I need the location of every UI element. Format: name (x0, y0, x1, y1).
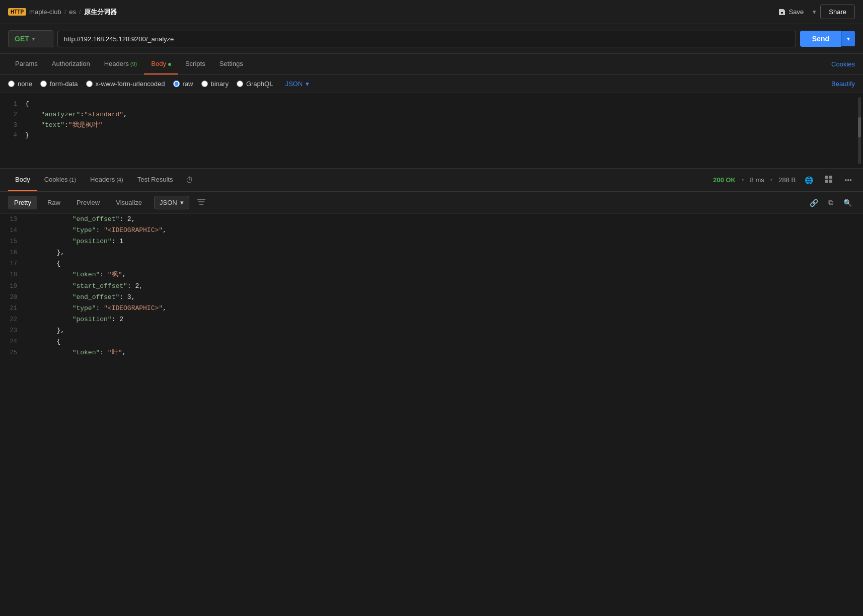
format-visualize[interactable]: Visualize (110, 196, 148, 209)
breadcrumb-item2[interactable]: es (69, 8, 76, 16)
option-binary[interactable]: binary (201, 80, 229, 88)
resp-line-20: 20 "end_offset": 3, (0, 292, 863, 303)
send-button[interactable]: Send (800, 31, 841, 47)
request-body-editor[interactable]: 1 { 2 "analyzer":"standard", 3 "text":"我… (0, 93, 863, 169)
tab-params[interactable]: Params (8, 54, 45, 74)
send-dropdown-button[interactable]: ▾ (841, 31, 855, 46)
radio-binary[interactable] (201, 81, 208, 87)
json-chevron-icon: ▾ (306, 80, 309, 88)
response-toolbar: Pretty Raw Preview Visualize JSON ▾ 🔗 ⧉ … (0, 192, 863, 214)
save-dropdown-icon[interactable]: ▾ (813, 8, 816, 16)
option-graphql[interactable]: GraphQL (237, 80, 273, 88)
history-icon[interactable]: ⏱ (186, 176, 193, 184)
code-line-4: 4 } (0, 130, 863, 141)
resp-line-17: 17 { (0, 258, 863, 269)
tab-authorization[interactable]: Authorization (45, 54, 97, 74)
method-label: GET (15, 35, 29, 43)
breadcrumb: HTTP maple-club / es / 原生分词器 (8, 8, 117, 17)
method-select[interactable]: GET ▾ (8, 30, 53, 47)
tab-scripts[interactable]: Scripts (178, 54, 212, 74)
svg-rect-0 (825, 176, 828, 179)
resp-line-19: 19 "start_offset": 2, (0, 281, 863, 292)
radio-graphql[interactable] (237, 81, 243, 87)
resp-line-14: 14 "type": "<IDEOGRAPHIC>", (0, 225, 863, 236)
resp-line-15: 15 "position": 1 (0, 236, 863, 247)
json-response: 13 "end_offset": 2, 14 "type": "<IDEOGRA… (0, 214, 863, 358)
resp-tab-body[interactable]: Body (8, 169, 37, 191)
top-bar-actions: Save ▾ Share (773, 5, 855, 19)
cookies-link[interactable]: Cookies (831, 54, 855, 74)
json-format-dropdown[interactable]: JSON ▾ (154, 196, 189, 209)
resp-line-22: 22 "position": 2 (0, 314, 863, 325)
breadcrumb-sep2: / (79, 8, 81, 16)
json-type-select[interactable]: JSON ▾ (285, 80, 309, 88)
top-bar: HTTP maple-club / es / 原生分词器 Save ▾ Shar… (0, 0, 863, 24)
response-meta: 200 OK • 8 ms • 288 B 🌐 ••• (713, 174, 855, 186)
resp-tab-headers[interactable]: Headers(4) (83, 169, 130, 191)
send-button-container: Send ▾ (800, 31, 855, 47)
save-button[interactable]: Save (773, 5, 809, 19)
copy-icon-button[interactable]: ⧉ (825, 196, 836, 209)
link-icon-button[interactable]: 🔗 (807, 196, 821, 209)
radio-raw[interactable] (173, 81, 180, 87)
option-none[interactable]: none (8, 80, 32, 88)
filter-icon-button[interactable] (193, 196, 209, 209)
option-form-data[interactable]: form-data (40, 80, 78, 88)
resp-line-18: 18 "token": "枫", (0, 269, 863, 280)
status-badge: 200 OK (713, 176, 736, 184)
radio-none[interactable] (8, 81, 15, 87)
code-line-3: 3 "text":"我是枫叶" (0, 120, 863, 131)
table-icon-button[interactable] (822, 174, 835, 186)
tab-settings[interactable]: Settings (212, 54, 250, 74)
resp-tab-test-results[interactable]: Test Results (130, 169, 180, 191)
body-options: none form-data x-www-form-urlencoded raw… (0, 75, 863, 93)
breadcrumb-sep1: / (64, 8, 66, 16)
radio-urlencoded[interactable] (86, 81, 93, 87)
svg-rect-1 (829, 176, 832, 179)
filter-icon (197, 198, 205, 205)
request-tabs: Params Authorization Headers(9) Body Scr… (0, 54, 863, 75)
editor-scrollbar-thumb (858, 117, 861, 137)
editor-scrollbar (858, 97, 861, 164)
response-actions: 🔗 ⧉ 🔍 (807, 196, 855, 209)
json-dropdown-chevron: ▾ (180, 199, 184, 206)
radio-form-data[interactable] (40, 81, 47, 87)
breadcrumb-current: 原生分词器 (84, 8, 117, 17)
response-tabs: Body Cookies(1) Headers(4) Test Results … (0, 169, 863, 192)
option-raw[interactable]: raw (173, 80, 193, 88)
chevron-down-icon: ▾ (32, 36, 35, 42)
response-tabs-left: Body Cookies(1) Headers(4) Test Results … (8, 169, 193, 191)
resp-line-16: 16 }, (0, 247, 863, 258)
tab-body[interactable]: Body (144, 54, 178, 74)
resp-line-25: 25 "token": "叶", (0, 347, 863, 358)
more-options-button[interactable]: ••• (841, 174, 855, 186)
code-line-2: 2 "analyzer":"standard", (0, 110, 863, 120)
format-pretty[interactable]: Pretty (8, 196, 37, 209)
format-raw[interactable]: Raw (41, 196, 66, 209)
share-button[interactable]: Share (820, 5, 855, 19)
resp-line-21: 21 "type": "<IDEOGRAPHIC>", (0, 303, 863, 314)
request-tabs-left: Params Authorization Headers(9) Body Scr… (8, 54, 250, 74)
resp-line-24: 24 { (0, 336, 863, 347)
response-size: 288 B (778, 176, 796, 184)
svg-rect-3 (829, 180, 832, 183)
format-preview[interactable]: Preview (70, 196, 106, 209)
url-input[interactable] (57, 31, 796, 47)
resp-tab-cookies[interactable]: Cookies(1) (37, 169, 83, 191)
resp-line-13: 13 "end_offset": 2, (0, 214, 863, 225)
breadcrumb-item1[interactable]: maple-club (29, 8, 61, 16)
tab-headers[interactable]: Headers(9) (97, 54, 145, 74)
globe-icon-button[interactable]: 🌐 (802, 174, 816, 186)
resp-line-23: 23 }, (0, 325, 863, 336)
url-bar: GET ▾ Send ▾ (0, 24, 863, 54)
option-urlencoded[interactable]: x-www-form-urlencoded (86, 80, 165, 88)
search-icon-button[interactable]: 🔍 (840, 196, 855, 209)
beautify-button[interactable]: Beautify (831, 80, 855, 88)
save-icon (778, 8, 786, 16)
http-badge: HTTP (8, 8, 26, 16)
response-time: 8 ms (750, 176, 764, 184)
code-line-1: 1 { (0, 99, 863, 110)
svg-rect-2 (825, 180, 828, 183)
